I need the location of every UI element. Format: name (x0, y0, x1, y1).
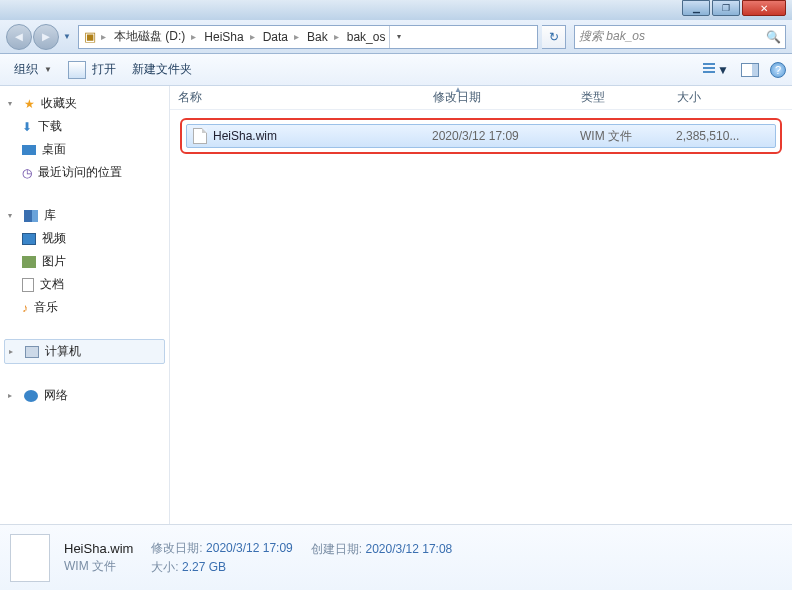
preview-pane-button[interactable] (736, 59, 764, 81)
network-icon (24, 390, 38, 402)
breadcrumb-seg-data[interactable]: Data (257, 26, 292, 48)
preview-pane-icon (741, 63, 759, 77)
details-mod-label: 修改日期: (151, 541, 202, 555)
chevron-down-icon: ▼ (44, 65, 52, 74)
file-list-pane: ▲ 名称 修改日期 类型 大小 HeiSha.wim 2020/3/12 17:… (170, 86, 792, 524)
highlight-annotation: HeiSha.wim 2020/3/12 17:09 WIM 文件 2,385,… (180, 118, 782, 154)
column-header-date[interactable]: 修改日期 (425, 89, 573, 106)
search-icon: 🔍 (766, 30, 781, 44)
file-icon (193, 128, 207, 144)
open-label: 打开 (92, 61, 116, 78)
close-button[interactable] (742, 0, 786, 16)
column-header-name[interactable]: 名称 (170, 89, 425, 106)
sidebar-libraries[interactable]: ▾库 (4, 204, 165, 227)
file-row[interactable]: HeiSha.wim 2020/3/12 17:09 WIM 文件 2,385,… (186, 124, 776, 148)
breadcrumb-seg-heisha[interactable]: HeiSha (198, 26, 247, 48)
search-placeholder-text: 搜索 bak_os (579, 28, 645, 45)
document-icon (22, 278, 34, 292)
column-headers: ▲ 名称 修改日期 类型 大小 (170, 86, 792, 110)
refresh-button[interactable]: ↻ (542, 25, 566, 49)
column-header-size[interactable]: 大小 (669, 89, 765, 106)
open-button[interactable]: 打开 (60, 57, 124, 83)
new-folder-label: 新建文件夹 (132, 61, 192, 78)
sidebar-item-music[interactable]: ♪音乐 (4, 296, 165, 319)
sidebar-label: 收藏夹 (41, 95, 77, 112)
open-icon (68, 61, 86, 79)
column-header-type[interactable]: 类型 (573, 89, 669, 106)
collapse-icon: ▾ (8, 99, 18, 108)
download-icon: ⬇ (22, 120, 32, 134)
sidebar-label: 音乐 (34, 299, 58, 316)
sidebar-item-documents[interactable]: 文档 (4, 273, 165, 296)
details-size-label: 大小: (151, 560, 178, 574)
file-thumbnail (10, 534, 50, 582)
library-icon (24, 210, 38, 222)
chevron-right-icon: ▸ (292, 31, 301, 42)
star-icon: ★ (24, 97, 35, 111)
breadcrumb-dropdown[interactable]: ▾ (389, 26, 407, 48)
sidebar-label: 图片 (42, 253, 66, 270)
sidebar-label: 网络 (44, 387, 68, 404)
help-button[interactable]: ? (770, 62, 786, 78)
details-file-type: WIM 文件 (64, 558, 133, 575)
organize-menu[interactable]: 组织 ▼ (6, 57, 60, 82)
sidebar-label: 文档 (40, 276, 64, 293)
forward-button[interactable]: ► (33, 24, 59, 50)
chevron-down-icon: ▼ (717, 63, 729, 77)
sidebar-label: 库 (44, 207, 56, 224)
file-name: HeiSha.wim (213, 129, 277, 143)
sidebar-label: 最近访问的位置 (38, 164, 122, 181)
maximize-button[interactable] (712, 0, 740, 16)
file-size: 2,385,510... (676, 129, 772, 143)
sidebar-computer[interactable]: ▸计算机 (4, 339, 165, 364)
sort-indicator-icon: ▲ (454, 85, 462, 94)
breadcrumb-bar[interactable]: ▣ ▸ 本地磁盘 (D:) ▸ HeiSha ▸ Data ▸ Bak ▸ ba… (78, 25, 538, 49)
file-date: 2020/3/12 17:09 (432, 129, 580, 143)
collapse-icon: ▾ (8, 211, 18, 220)
drive-icon: ▣ (81, 29, 99, 44)
breadcrumb-seg-bakos[interactable]: bak_os (341, 26, 390, 48)
desktop-icon (22, 145, 36, 155)
details-pane: HeiSha.wim WIM 文件 修改日期: 2020/3/12 17:09 … (0, 524, 792, 590)
breadcrumb-seg-drive[interactable]: 本地磁盘 (D:) (108, 26, 189, 48)
music-icon: ♪ (22, 301, 28, 315)
breadcrumb-seg-bak[interactable]: Bak (301, 26, 332, 48)
sidebar-item-desktop[interactable]: 桌面 (4, 138, 165, 161)
organize-label: 组织 (14, 61, 38, 78)
new-folder-button[interactable]: 新建文件夹 (124, 57, 200, 82)
details-create-label: 创建日期: (311, 542, 362, 556)
chevron-right-icon: ▸ (248, 31, 257, 42)
view-options-button[interactable]: ▼ (702, 59, 730, 81)
sidebar-item-pictures[interactable]: 图片 (4, 250, 165, 273)
sidebar-label: 下载 (38, 118, 62, 135)
search-input[interactable]: 搜索 bak_os 🔍 (574, 25, 786, 49)
computer-icon (25, 346, 39, 358)
sidebar-label: 桌面 (42, 141, 66, 158)
back-button[interactable]: ◄ (6, 24, 32, 50)
window-titlebar (0, 0, 792, 20)
navigation-pane: ▾★收藏夹 ⬇下载 桌面 ◷最近访问的位置 ▾库 视频 图片 文档 ♪音乐 ▸计… (0, 86, 170, 524)
address-bar: ◄ ► ▼ ▣ ▸ 本地磁盘 (D:) ▸ HeiSha ▸ Data ▸ Ba… (0, 20, 792, 54)
minimize-button[interactable] (682, 0, 710, 16)
details-mod-value: 2020/3/12 17:09 (206, 541, 293, 555)
sidebar-network[interactable]: ▸网络 (4, 384, 165, 407)
sidebar-item-videos[interactable]: 视频 (4, 227, 165, 250)
expand-icon: ▸ (9, 347, 19, 356)
file-type: WIM 文件 (580, 128, 676, 145)
sidebar-item-downloads[interactable]: ⬇下载 (4, 115, 165, 138)
command-toolbar: 组织 ▼ 打开 新建文件夹 ▼ ? (0, 54, 792, 86)
details-file-name: HeiSha.wim (64, 541, 133, 556)
chevron-right-icon: ▸ (189, 31, 198, 42)
picture-icon (22, 256, 36, 268)
sidebar-favorites[interactable]: ▾★收藏夹 (4, 92, 165, 115)
expand-icon: ▸ (8, 391, 18, 400)
details-size-value: 2.27 GB (182, 560, 226, 574)
sidebar-label: 计算机 (45, 343, 81, 360)
chevron-right-icon: ▸ (99, 31, 108, 42)
chevron-right-icon: ▸ (332, 31, 341, 42)
sidebar-label: 视频 (42, 230, 66, 247)
nav-history-dropdown[interactable]: ▼ (60, 28, 74, 46)
recent-icon: ◷ (22, 166, 32, 180)
sidebar-item-recent[interactable]: ◷最近访问的位置 (4, 161, 165, 184)
details-create-value: 2020/3/12 17:08 (365, 542, 452, 556)
